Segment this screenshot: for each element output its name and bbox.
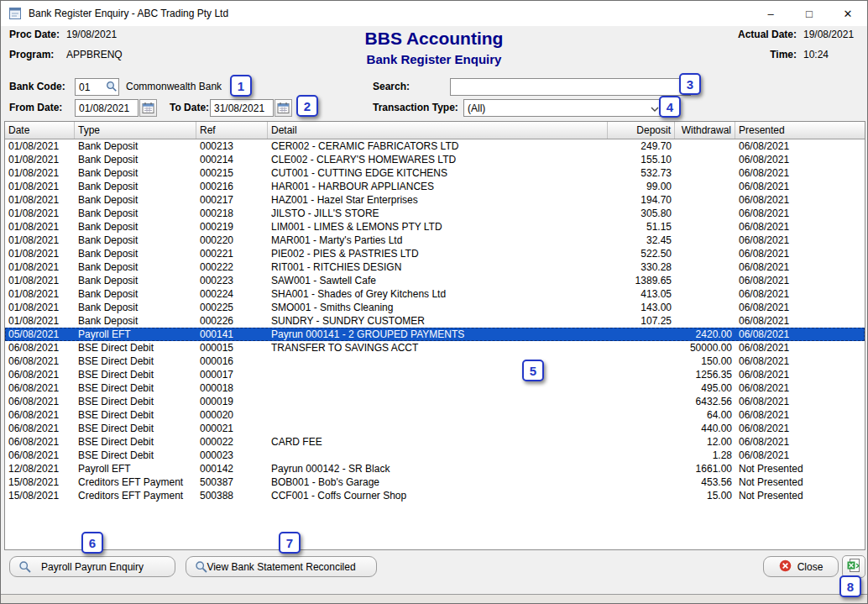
- table-cell: [608, 395, 675, 408]
- table-cell: 249.70: [608, 139, 675, 153]
- table-cell: 155.10: [608, 153, 675, 166]
- chevron-down-icon: [651, 102, 659, 114]
- table-row[interactable]: 01/08/2021Bank Deposit000217HAZ001 - Haz…: [5, 193, 865, 207]
- table-cell: JILSTO - JILL'S STORE: [268, 207, 608, 220]
- table-row[interactable]: 01/08/2021Bank Deposit000224SHA001 - Sha…: [5, 287, 865, 301]
- table-row[interactable]: 06/08/2021BSE Direct Debit000015TRANSFER…: [5, 341, 865, 355]
- table-cell: 05/08/2021: [5, 328, 75, 341]
- minimize-icon[interactable]: –: [751, 1, 790, 26]
- table-cell: [675, 274, 735, 287]
- table-cell: Bank Deposit: [75, 207, 196, 220]
- table-cell: BSE Direct Debit: [75, 381, 196, 395]
- table-row[interactable]: 01/08/2021Bank Deposit000225SMO001 - Smi…: [5, 301, 865, 314]
- column-header-detail[interactable]: Detail: [268, 122, 608, 139]
- annotation-badge-1: 1: [230, 75, 252, 97]
- table-cell: HAZ001 - Hazel Star Enterprises: [268, 193, 608, 207]
- table-cell: 06/08/2021: [5, 422, 75, 435]
- table-cell: 06/08/2021: [5, 381, 75, 395]
- bank-name: Commonwealth Bank: [126, 81, 222, 92]
- table-cell: 06/08/2021: [5, 355, 75, 368]
- table-cell: [675, 234, 735, 247]
- from-date-input[interactable]: [75, 99, 139, 117]
- table-cell: 06/08/2021: [735, 274, 865, 287]
- table-row[interactable]: 01/08/2021Bank Deposit000220MAR001 - Mar…: [5, 234, 865, 247]
- table-cell: 01/08/2021: [5, 153, 75, 166]
- close-button[interactable]: Close: [763, 556, 839, 577]
- table-cell: 06/08/2021: [735, 207, 865, 220]
- table-row[interactable]: 06/08/2021BSE Direct Debit000021440.0006…: [5, 422, 865, 435]
- table-cell: 06/08/2021: [5, 435, 75, 449]
- column-header-presented[interactable]: Presented: [735, 122, 865, 139]
- table-row[interactable]: 01/08/2021Bank Deposit000213CER002 - CER…: [5, 139, 865, 153]
- table-row[interactable]: 01/08/2021Bank Deposit000214CLE002 - CLE…: [5, 153, 865, 166]
- maximize-icon[interactable]: □: [790, 1, 829, 26]
- search-input[interactable]: [450, 78, 691, 96]
- view-bank-statement-reconciled-label: View Bank Statement Reconciled: [207, 561, 355, 573]
- table-row[interactable]: 06/08/2021BSE Direct Debit0000231.2806/0…: [5, 449, 865, 462]
- table-cell: Bank Deposit: [75, 139, 196, 153]
- annotation-badge-2: 2: [296, 95, 318, 117]
- table-cell: 000220: [196, 234, 268, 247]
- table-cell: [608, 355, 675, 368]
- table-row[interactable]: 06/08/2021BSE Direct Debit00002064.0006/…: [5, 408, 865, 422]
- table-cell: 330.28: [608, 260, 675, 274]
- bank-lookup-icon[interactable]: [106, 81, 118, 96]
- close-icon[interactable]: ✕: [829, 1, 867, 26]
- table-cell: MAR001 - Marty's Parties Ltd: [268, 234, 608, 247]
- table-cell: [675, 166, 735, 180]
- table-row[interactable]: 01/08/2021Bank Deposit000221PIE002 - PIE…: [5, 247, 865, 260]
- table-row[interactable]: 06/08/2021BSE Direct Debit000018495.0006…: [5, 381, 865, 395]
- table-cell: 000023: [196, 449, 268, 462]
- from-date-calendar-icon[interactable]: [139, 99, 157, 117]
- bank-code-field-wrap: [75, 78, 119, 96]
- export-excel-button[interactable]: [842, 555, 865, 578]
- table-row-selected[interactable]: 05/08/2021Payroll EFT000141Payrun 000141…: [5, 328, 865, 341]
- annotation-badge-4: 4: [659, 96, 681, 118]
- table-row[interactable]: 01/08/2021Bank Deposit000215CUT001 - CUT…: [5, 166, 865, 180]
- table-cell: 50000.00: [675, 341, 735, 355]
- table-row[interactable]: 01/08/2021Bank Deposit000222RIT001 - RIT…: [5, 260, 865, 274]
- table-cell: [268, 408, 608, 422]
- table-row[interactable]: 15/08/2021Creditors EFT Payment500387BOB…: [5, 475, 865, 489]
- table-row[interactable]: 15/08/2021Creditors EFT Payment500388CCF…: [5, 489, 865, 502]
- to-date-calendar-icon[interactable]: [275, 99, 292, 117]
- table-cell: 01/08/2021: [5, 301, 75, 314]
- table-row[interactable]: 01/08/2021Bank Deposit000219LIM001 - LIM…: [5, 220, 865, 234]
- column-header-withdrawal[interactable]: Withdrawal: [675, 122, 735, 139]
- transaction-type-select[interactable]: (All): [463, 99, 665, 117]
- table-cell: BSE Direct Debit: [75, 408, 196, 422]
- table-cell: 000217: [196, 193, 268, 207]
- table-cell: 305.80: [608, 207, 675, 220]
- table-cell: 000213: [196, 139, 268, 153]
- table-cell: [608, 422, 675, 435]
- table-cell: 000017: [196, 368, 268, 381]
- table-cell: 01/08/2021: [5, 193, 75, 207]
- column-header-type[interactable]: Type: [75, 122, 196, 139]
- table-cell: [608, 475, 675, 489]
- table-row[interactable]: 06/08/2021BSE Direct Debit0000196432.560…: [5, 395, 865, 408]
- table-cell: 06/08/2021: [735, 368, 865, 381]
- table-row[interactable]: 01/08/2021Bank Deposit000223SAW001 - Saw…: [5, 274, 865, 287]
- table-row[interactable]: 01/08/2021Bank Deposit000218JILSTO - JIL…: [5, 207, 865, 220]
- table-row[interactable]: 12/08/2021Payroll EFT000142Payrun 000142…: [5, 462, 865, 475]
- view-bank-statement-reconciled-button[interactable]: View Bank Statement Reconciled: [186, 556, 377, 577]
- payroll-payrun-enquiry-button[interactable]: Payroll Payrun Enquiry: [9, 556, 175, 577]
- table-row[interactable]: 06/08/2021BSE Direct Debit000022CARD FEE…: [5, 435, 865, 449]
- table-row[interactable]: 01/08/2021Bank Deposit000226SUNDRY - SUN…: [5, 314, 865, 328]
- table-cell: [268, 355, 608, 368]
- to-date-input[interactable]: [210, 99, 274, 117]
- column-header-deposit[interactable]: Deposit: [608, 122, 675, 139]
- table-cell: 01/08/2021: [5, 207, 75, 220]
- table-row[interactable]: 01/08/2021Bank Deposit000216HAR001 - HAR…: [5, 180, 865, 193]
- table-cell: 06/08/2021: [735, 408, 865, 422]
- column-header-ref[interactable]: Ref: [196, 122, 268, 139]
- table-cell: 06/08/2021: [5, 395, 75, 408]
- table-cell: [675, 260, 735, 274]
- table-row[interactable]: 06/08/2021BSE Direct Debit000016150.0006…: [5, 355, 865, 368]
- table-row[interactable]: 06/08/2021BSE Direct Debit0000171256.350…: [5, 368, 865, 381]
- bank-code-label: Bank Code:: [9, 81, 65, 92]
- to-date-wrap: [210, 99, 274, 117]
- column-header-date[interactable]: Date: [5, 122, 75, 139]
- table-cell: 06/08/2021: [735, 220, 865, 234]
- table-cell: 000218: [196, 207, 268, 220]
